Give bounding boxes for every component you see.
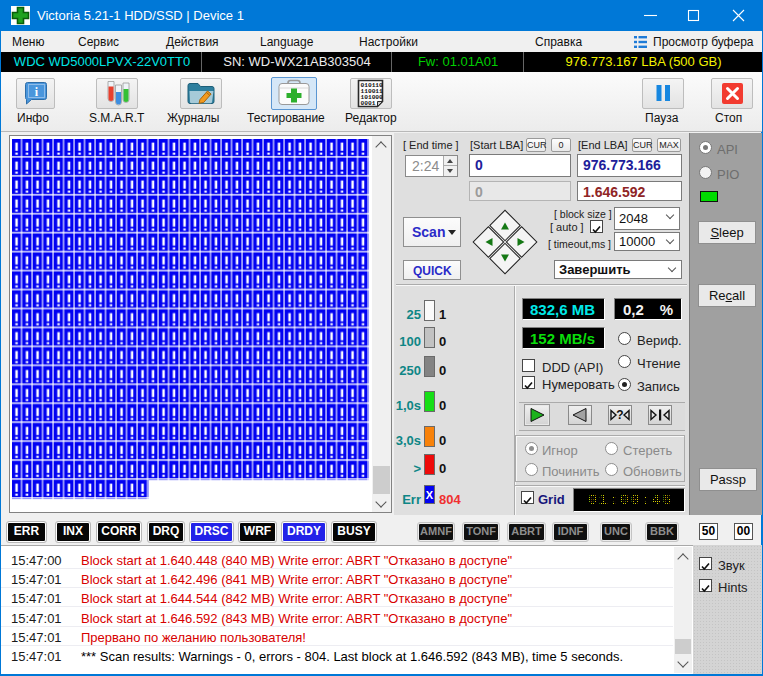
svg-text:0001: 0001 (361, 100, 376, 107)
svg-text:?: ? (616, 408, 623, 422)
